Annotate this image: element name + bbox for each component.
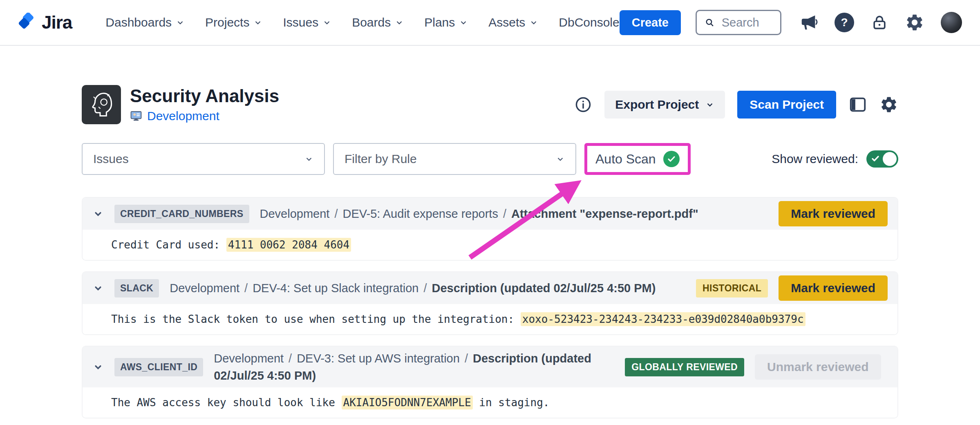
unmark-reviewed-button[interactable]: Unmark reviewed: [755, 354, 881, 380]
finding-header: AWS_CLIENT_ID Development/DEV-3: Set up …: [83, 347, 897, 387]
finding-body: The AWS access key should look like AKIA…: [83, 387, 897, 418]
nav-dbconsole-label: DbConsole: [559, 16, 619, 29]
breadcrumb-location: Description (updated 02/Jul/25 4:50 PM): [432, 282, 656, 295]
project-header: Security Analysis Development: [82, 85, 898, 124]
finding-text: This is the Slack token to use when sett…: [111, 313, 521, 325]
nav-plans[interactable]: Plans: [424, 16, 468, 29]
lock-icon[interactable]: [870, 13, 888, 31]
search-input[interactable]: [721, 16, 772, 30]
auto-scan-label[interactable]: Auto Scan: [595, 152, 656, 167]
finding-card-slack: SLACK Development/DEV-4: Set up Slack in…: [82, 271, 898, 335]
mark-reviewed-button[interactable]: Mark reviewed: [779, 201, 888, 226]
finding-card-aws: AWS_CLIENT_ID Development/DEV-3: Set up …: [82, 346, 898, 418]
chevron-down-icon: [556, 154, 565, 163]
jira-logo-icon: [16, 13, 36, 32]
main-content: Security Analysis Development: [0, 85, 980, 418]
board-layout-icon[interactable]: [848, 95, 867, 114]
historical-badge: HISTORICAL: [696, 279, 768, 298]
chevron-down-icon: [253, 18, 262, 27]
nav-projects-label: Projects: [205, 16, 249, 29]
finding-header: CREDIT_CARD_NUMBERS Development/DEV-5: A…: [83, 198, 897, 230]
issues-select[interactable]: Issues: [82, 143, 325, 175]
nav-dbconsole[interactable]: DbConsole: [559, 16, 619, 29]
issues-select-value: Issues: [93, 152, 129, 166]
breadcrumb-separator: /: [284, 352, 297, 365]
show-reviewed-control: Show reviewed:: [772, 150, 898, 168]
toggle-check-icon: [870, 154, 880, 165]
finding-breadcrumb: Development/DEV-4: Set up Slack integrat…: [170, 280, 685, 297]
page-title: Security Analysis: [130, 86, 279, 106]
finding-secret-highlight: xoxo-523423-234243-234233-e039d02840a0b9…: [521, 312, 805, 326]
scan-project-button[interactable]: Scan Project: [737, 91, 836, 119]
header-actions: Export Project Scan Project: [574, 91, 898, 119]
breadcrumb-project[interactable]: Development: [214, 352, 284, 365]
auto-scan-enabled-check-icon: [663, 151, 680, 167]
breadcrumb-location: Attachment "expense-report.pdf": [511, 207, 698, 220]
finding-text: Credit Card used:: [111, 239, 226, 251]
export-project-button[interactable]: Export Project: [604, 91, 725, 119]
finding-header: SLACK Development/DEV-4: Set up Slack in…: [83, 272, 897, 304]
collapse-chevron-icon[interactable]: [92, 282, 104, 294]
help-icon[interactable]: ?: [835, 13, 854, 32]
nav-dashboards-label: Dashboards: [105, 16, 172, 29]
nav-boards-label: Boards: [352, 16, 391, 29]
breadcrumb-separator: /: [329, 207, 342, 220]
jira-logo-text: Jira: [42, 12, 72, 33]
breadcrumb-separator: /: [418, 282, 432, 295]
nav-projects[interactable]: Projects: [205, 16, 262, 29]
finding-card-credit-card: CREDIT_CARD_NUMBERS Development/DEV-5: A…: [82, 197, 898, 261]
collapse-chevron-icon[interactable]: [92, 208, 104, 219]
collapse-chevron-icon[interactable]: [92, 361, 104, 373]
finding-breadcrumb: Development/DEV-5: Audit expense reports…: [260, 205, 768, 222]
nav-boards[interactable]: Boards: [352, 16, 404, 29]
breadcrumb-separator: /: [239, 282, 253, 295]
gear-icon[interactable]: [905, 13, 924, 32]
help-icon-glyph: ?: [841, 16, 848, 29]
finding-text: in staging.: [473, 396, 550, 409]
search-icon: [705, 16, 714, 29]
breadcrumb-project[interactable]: Development: [170, 282, 239, 295]
toggle-knob: [883, 152, 897, 166]
project-avatar: [82, 85, 121, 124]
finding-text: The AWS access key should look like: [111, 396, 342, 409]
breadcrumb-project[interactable]: Development: [260, 207, 330, 220]
rule-filter-select[interactable]: Filter by Rule: [333, 143, 576, 175]
finding-body: Credit Card used: 4111 0062 2084 4604: [83, 230, 897, 260]
annotation-highlight-box: Auto Scan: [584, 143, 691, 175]
nav-issues[interactable]: Issues: [283, 16, 331, 29]
show-reviewed-label: Show reviewed:: [772, 152, 858, 166]
breadcrumb-separator: /: [498, 207, 511, 220]
nav-plans-label: Plans: [424, 16, 455, 29]
rule-badge: CREDIT_CARD_NUMBERS: [114, 205, 249, 223]
project-settings-gear-icon[interactable]: [879, 95, 898, 114]
nav-dashboards[interactable]: Dashboards: [105, 16, 185, 29]
chevron-down-icon: [322, 18, 331, 27]
project-avatar-image: [86, 89, 116, 120]
nav-assets[interactable]: Assets: [488, 16, 538, 29]
chevron-down-icon: [176, 18, 185, 27]
project-titles: Security Analysis Development: [130, 86, 279, 123]
project-mini-icon: [130, 110, 142, 122]
breadcrumb-issue[interactable]: DEV-4: Set up Slack integration: [253, 282, 418, 295]
main-nav: Dashboards Projects Issues Boards Plans …: [105, 16, 619, 29]
chevron-down-icon: [395, 18, 404, 27]
globally-reviewed-badge: GLOBALLY REVIEWED: [625, 358, 744, 376]
info-icon[interactable]: [574, 96, 592, 114]
export-project-label: Export Project: [615, 98, 699, 112]
search-box[interactable]: [696, 10, 781, 35]
finding-breadcrumb: Development/DEV-3: Set up AWS integratio…: [214, 350, 614, 384]
jira-logo[interactable]: Jira: [16, 12, 72, 33]
mark-reviewed-button[interactable]: Mark reviewed: [779, 275, 888, 301]
navbar-icons: ?: [799, 12, 962, 33]
breadcrumb-issue[interactable]: DEV-3: Set up AWS integration: [297, 352, 460, 365]
nav-assets-label: Assets: [488, 16, 525, 29]
breadcrumb-issue[interactable]: DEV-5: Audit expense reports: [342, 207, 498, 220]
create-button[interactable]: Create: [620, 10, 681, 35]
user-avatar[interactable]: [941, 12, 962, 33]
finding-secret-highlight: 4111 0062 2084 4604: [226, 238, 351, 252]
top-navbar: Jira Dashboards Projects Issues Boards P…: [0, 0, 980, 46]
show-reviewed-toggle[interactable]: [866, 150, 898, 168]
announcements-megaphone-icon[interactable]: [799, 13, 818, 32]
project-link[interactable]: Development: [147, 109, 219, 123]
rule-badge: AWS_CLIENT_ID: [114, 358, 203, 376]
